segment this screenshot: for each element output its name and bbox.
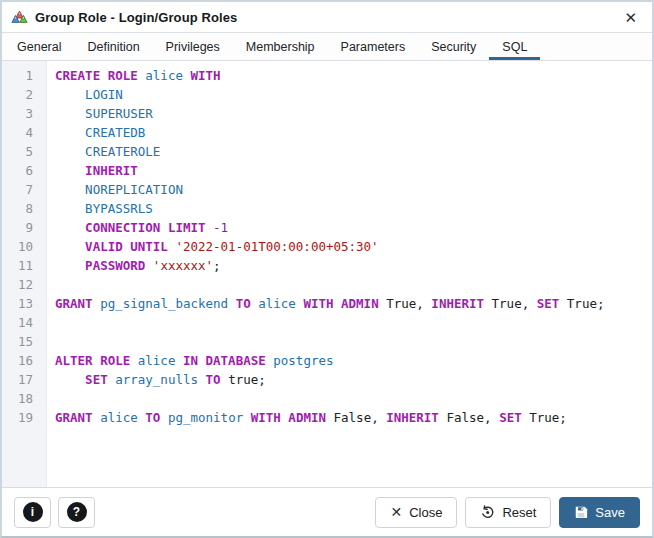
line-content: CONNECTION LIMIT -1 bbox=[46, 218, 228, 237]
tab-membership[interactable]: Membership bbox=[233, 33, 328, 60]
tab-security[interactable]: Security bbox=[418, 33, 489, 60]
line-content: VALID UNTIL '2022-01-01T00:00:00+05:30' bbox=[46, 237, 379, 256]
code-line: 15 bbox=[2, 332, 652, 351]
tab-sql[interactable]: SQL bbox=[489, 33, 540, 60]
line-number: 10 bbox=[2, 237, 46, 256]
line-content: LOGIN bbox=[46, 85, 123, 104]
code-line: 5 CREATEROLE bbox=[2, 142, 652, 161]
sql-help-button[interactable]: i bbox=[14, 497, 51, 528]
line-content: CREATE ROLE alice WITH bbox=[46, 66, 221, 85]
line-content bbox=[46, 275, 55, 294]
code-line: 19GRANT alice TO pg_monitor WITH ADMIN F… bbox=[2, 408, 652, 427]
line-content: BYPASSRLS bbox=[46, 199, 153, 218]
close-icon: ✕ bbox=[390, 505, 402, 519]
code-line: 7 NOREPLICATION bbox=[2, 180, 652, 199]
dialog-close-icon[interactable]: ✕ bbox=[621, 8, 640, 27]
line-content: NOREPLICATION bbox=[46, 180, 183, 199]
line-content bbox=[46, 313, 55, 332]
line-number: 14 bbox=[2, 313, 46, 332]
code-line: 17 SET array_nulls TO true; bbox=[2, 370, 652, 389]
dialog-help-button[interactable]: ? bbox=[58, 497, 95, 528]
tab-general[interactable]: General bbox=[4, 33, 74, 60]
reset-button[interactable]: Reset bbox=[465, 497, 551, 528]
line-number: 11 bbox=[2, 256, 46, 275]
reset-icon bbox=[480, 505, 495, 520]
dialog-titlebar: Group Role - Login/Group Roles ✕ bbox=[2, 2, 652, 33]
close-button[interactable]: ✕ Close bbox=[375, 497, 457, 528]
code-line: 8 BYPASSRLS bbox=[2, 199, 652, 218]
line-content: GRANT pg_signal_backend TO alice WITH AD… bbox=[46, 294, 604, 313]
code-line: 6 INHERIT bbox=[2, 161, 652, 180]
sql-editor[interactable]: 1CREATE ROLE alice WITH2 LOGIN3 SUPERUSE… bbox=[2, 61, 652, 487]
dialog-title: Group Role - Login/Group Roles bbox=[35, 10, 621, 25]
close-button-label: Close bbox=[409, 505, 442, 520]
line-number: 16 bbox=[2, 351, 46, 370]
code-line: 4 CREATEDB bbox=[2, 123, 652, 142]
question-icon: ? bbox=[67, 502, 87, 522]
line-number: 12 bbox=[2, 275, 46, 294]
line-number: 13 bbox=[2, 294, 46, 313]
line-number: 19 bbox=[2, 408, 46, 427]
reset-button-label: Reset bbox=[502, 505, 536, 520]
code-line: 9 CONNECTION LIMIT -1 bbox=[2, 218, 652, 237]
line-number: 1 bbox=[2, 66, 46, 85]
save-button[interactable]: Save bbox=[559, 497, 640, 528]
line-number: 5 bbox=[2, 142, 46, 161]
line-number: 2 bbox=[2, 85, 46, 104]
code-line: 18 bbox=[2, 389, 652, 408]
line-number: 9 bbox=[2, 218, 46, 237]
line-number: 8 bbox=[2, 199, 46, 218]
line-number: 17 bbox=[2, 370, 46, 389]
line-content: PASSWORD 'xxxxxx'; bbox=[46, 256, 221, 275]
line-number: 7 bbox=[2, 180, 46, 199]
line-content: CREATEDB bbox=[46, 123, 145, 142]
tab-definition[interactable]: Definition bbox=[74, 33, 152, 60]
line-content: SUPERUSER bbox=[46, 104, 153, 123]
code-line: 11 PASSWORD 'xxxxxx'; bbox=[2, 256, 652, 275]
info-icon: i bbox=[23, 502, 43, 522]
group-role-icon bbox=[11, 9, 28, 25]
code-line: 3 SUPERUSER bbox=[2, 104, 652, 123]
code-line: 12 bbox=[2, 275, 652, 294]
line-content: ALTER ROLE alice IN DATABASE postgres bbox=[46, 351, 334, 370]
line-content bbox=[46, 389, 55, 408]
footer-left-group: i ? bbox=[14, 497, 95, 528]
code-line: 10 VALID UNTIL '2022-01-01T00:00:00+05:3… bbox=[2, 237, 652, 256]
line-content: GRANT alice TO pg_monitor WITH ADMIN Fal… bbox=[46, 408, 567, 427]
dialog-footer: i ? ✕ Close Reset bbox=[2, 487, 652, 536]
code-line: 13GRANT pg_signal_backend TO alice WITH … bbox=[2, 294, 652, 313]
line-content bbox=[46, 332, 55, 351]
line-number: 6 bbox=[2, 161, 46, 180]
save-icon bbox=[574, 505, 588, 519]
code-line: 1CREATE ROLE alice WITH bbox=[2, 66, 652, 85]
code-line: 16ALTER ROLE alice IN DATABASE postgres bbox=[2, 351, 652, 370]
tab-bar: GeneralDefinitionPrivilegesMembershipPar… bbox=[2, 33, 652, 61]
code-line: 2 LOGIN bbox=[2, 85, 652, 104]
code-lines: 1CREATE ROLE alice WITH2 LOGIN3 SUPERUSE… bbox=[2, 66, 652, 427]
tab-parameters[interactable]: Parameters bbox=[328, 33, 419, 60]
tab-privileges[interactable]: Privileges bbox=[153, 33, 233, 60]
group-role-dialog: Group Role - Login/Group Roles ✕ General… bbox=[0, 0, 654, 538]
code-line: 14 bbox=[2, 313, 652, 332]
line-content: INHERIT bbox=[46, 161, 138, 180]
line-number: 3 bbox=[2, 104, 46, 123]
line-content: CREATEROLE bbox=[46, 142, 160, 161]
save-button-label: Save bbox=[595, 505, 625, 520]
line-number: 4 bbox=[2, 123, 46, 142]
line-content: SET array_nulls TO true; bbox=[46, 370, 266, 389]
footer-right-group: ✕ Close Reset Save bbox=[375, 497, 640, 528]
line-number: 15 bbox=[2, 332, 46, 351]
line-number: 18 bbox=[2, 389, 46, 408]
